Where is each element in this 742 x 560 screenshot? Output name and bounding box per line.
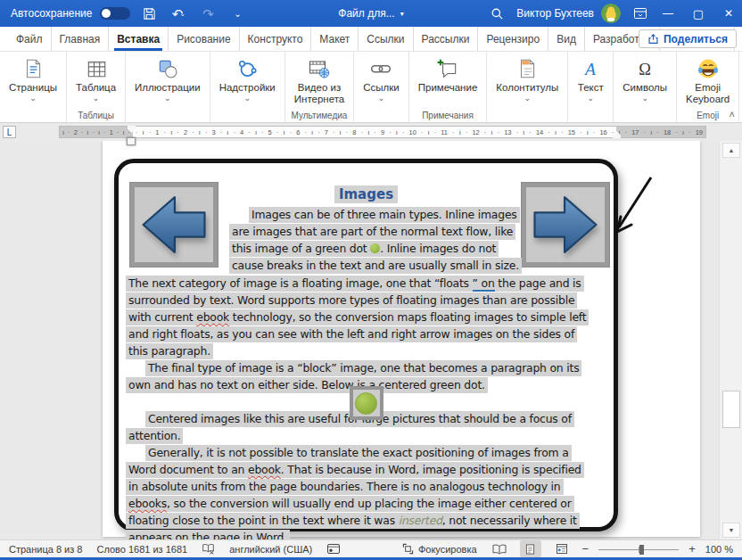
ribbon-button-Ссылки[interactable]: Ссылки⌄ bbox=[357, 54, 406, 104]
text-run: Word document to an bbox=[128, 463, 248, 476]
avatar bbox=[601, 4, 621, 23]
proofing-errors-button[interactable] bbox=[202, 543, 215, 555]
text-line[interactable]: Word document to an ebook. That is becau… bbox=[126, 463, 608, 480]
vertical-scrollbar[interactable]: ▲ ▼ bbox=[719, 141, 742, 539]
redo-button[interactable]: ↷ bbox=[197, 4, 218, 23]
ribbon-button-label: Страницы bbox=[9, 82, 57, 94]
ribbon-button-Символы[interactable]: ΩСимволы⌄ bbox=[616, 54, 673, 104]
text-line[interactable]: this paragraph. bbox=[126, 344, 608, 361]
web-layout-button[interactable] bbox=[551, 540, 573, 557]
search-button[interactable] bbox=[486, 4, 507, 23]
tab-Вставка[interactable]: Вставка bbox=[109, 27, 169, 51]
chevron-down-icon: ⌄ bbox=[29, 95, 37, 103]
text-line[interactable]: in absolute units from the page boundari… bbox=[126, 480, 608, 497]
text-run: attention. bbox=[128, 429, 180, 442]
header-footer-icon bbox=[514, 55, 540, 82]
minimize-button[interactable]: — bbox=[655, 0, 681, 27]
ribbon-button-Надстройки[interactable]: Надстройки⌄ bbox=[213, 54, 282, 104]
ribbon-group: Страницы⌄ bbox=[0, 52, 67, 122]
text-line[interactable]: are images that are part of the normal t… bbox=[229, 225, 550, 242]
account-button[interactable]: Виктор Бухтеев bbox=[516, 4, 621, 23]
page-count[interactable]: Страница 8 из 8 bbox=[9, 544, 82, 555]
f9-arrow-icon bbox=[605, 173, 660, 244]
text-line[interactable]: The final type of image is a “block” ima… bbox=[126, 361, 608, 378]
read-mode-button[interactable] bbox=[489, 540, 510, 557]
ribbon-button-Колонтитулы[interactable]: Колонтитулы⌄ bbox=[490, 54, 565, 104]
text-line[interactable]: this image of a green dot . Inline image… bbox=[229, 242, 550, 259]
text-line[interactable]: cause breaks in the text and are usually… bbox=[229, 259, 550, 276]
zoom-slider-thumb[interactable] bbox=[639, 545, 644, 555]
ribbon-display-options-button[interactable] bbox=[630, 4, 651, 23]
tab-Рассылки[interactable]: Рассылки bbox=[414, 27, 479, 51]
text-line[interactable]: The next category of image is a floating… bbox=[126, 276, 608, 293]
tab-Рисование[interactable]: Рисование bbox=[169, 27, 239, 51]
macro-record-icon bbox=[326, 543, 341, 555]
ribbon-group: Ссылки⌄ bbox=[354, 52, 409, 122]
text-line[interactable]: ebooks, so the conversion will usually e… bbox=[126, 497, 608, 514]
ribbon-button-Emoji-Keyboard[interactable]: EmojiKeyboard bbox=[680, 54, 736, 107]
paragraph-between-arrows: Images can be of three main types. Inlin… bbox=[229, 208, 550, 276]
selected-text: Images can be of three main types. Inlin… bbox=[249, 207, 520, 223]
text-run: Generally, it is not possible to transla… bbox=[148, 446, 569, 459]
save-button[interactable] bbox=[138, 4, 160, 23]
scroll-down-button[interactable]: ▼ bbox=[722, 523, 740, 538]
tab-Конструкто[interactable]: Конструкто bbox=[240, 27, 312, 51]
tab-Рецензиро[interactable]: Рецензиро bbox=[478, 27, 548, 51]
print-layout-button[interactable] bbox=[520, 540, 541, 557]
svg-text:Ω: Ω bbox=[639, 61, 651, 78]
autosave-label: Автосохранение bbox=[11, 7, 92, 20]
collapse-ribbon-button[interactable]: ˄ bbox=[730, 109, 735, 119]
ribbon-button-Иллюстрации[interactable]: Иллюстрации⌄ bbox=[128, 54, 207, 104]
selected-text: own and has no text on either side. Belo… bbox=[126, 377, 488, 393]
close-button[interactable]: ✕ bbox=[715, 0, 742, 27]
zoom-slider[interactable] bbox=[598, 544, 679, 555]
ribbon-button-Страницы[interactable]: Страницы⌄ bbox=[3, 54, 63, 104]
zoom-in-button[interactable]: + bbox=[688, 543, 696, 555]
ribbon-button-Примечание[interactable]: Примечание bbox=[412, 54, 484, 95]
scrollbar-thumb[interactable] bbox=[722, 391, 740, 428]
selected-text: surrounded by text. Word supports more t… bbox=[126, 292, 577, 309]
status-bar: Страница 8 из 8 Слово 1681 из 1681 англи… bbox=[0, 539, 742, 560]
macro-record-button[interactable] bbox=[326, 543, 341, 555]
title-dropdown-caret[interactable]: ▾ bbox=[400, 10, 404, 18]
ribbon-button-Таблица[interactable]: Таблица⌄ bbox=[70, 54, 122, 104]
ribbon-button-label: Символы bbox=[622, 82, 667, 94]
word-count[interactable]: Слово 1681 из 1681 bbox=[96, 544, 187, 555]
focus-mode-button[interactable]: Фокусировка bbox=[402, 543, 477, 555]
ribbon-button-Видео из-Интернета[interactable]: Видео изИнтернета bbox=[288, 54, 350, 107]
left-indent-marker[interactable] bbox=[127, 137, 136, 145]
text-line[interactable]: attention. bbox=[126, 429, 608, 446]
centered-green-dot-image[interactable] bbox=[350, 386, 383, 420]
autosave-toggle[interactable] bbox=[100, 7, 130, 20]
share-button[interactable]: Поделиться bbox=[639, 29, 737, 48]
read-mode-icon bbox=[492, 544, 507, 555]
tab-Вид[interactable]: Вид bbox=[548, 27, 585, 51]
horizontal-ruler[interactable]: ı · 2 · ı · ı · 1 · ı · · ı · 1 · ı · 2 … bbox=[59, 126, 706, 138]
text-line[interactable]: and right floats, as you can see with th… bbox=[126, 327, 608, 344]
zoom-out-button[interactable]: − bbox=[582, 543, 589, 555]
tab-Ссылки[interactable]: Ссылки bbox=[359, 27, 413, 51]
tab-Файл[interactable]: Файл bbox=[7, 27, 52, 51]
maximize-button[interactable]: ▢ bbox=[685, 0, 712, 27]
text-line[interactable]: floating close to the point in the text … bbox=[126, 514, 608, 531]
language-button[interactable]: английский (США) bbox=[229, 544, 312, 555]
left-arrow-image[interactable] bbox=[130, 183, 218, 267]
selected-text: attention. bbox=[126, 428, 183, 444]
undo-button[interactable]: ↶⌄ bbox=[168, 4, 189, 23]
tab-Главная[interactable]: Главная bbox=[52, 27, 110, 51]
document-title[interactable]: Файл для... bbox=[338, 7, 394, 20]
text-line[interactable]: Generally, it is not possible to transla… bbox=[126, 446, 608, 463]
text-line[interactable]: Images can be of three main types. Inlin… bbox=[229, 208, 550, 225]
scroll-up-button[interactable]: ▲ bbox=[722, 143, 740, 158]
ribbon-button-label: Колонтитулы bbox=[496, 82, 558, 94]
tab-stop-selector[interactable]: L bbox=[3, 126, 16, 138]
tab-Макет[interactable]: Макет bbox=[311, 27, 359, 51]
text-line[interactable]: surrounded by text. Word supports more t… bbox=[126, 293, 608, 310]
qat-customize-button[interactable]: ⌄ bbox=[227, 4, 248, 23]
green-dot-icon bbox=[355, 392, 377, 415]
ruler-margin-numbers: ı · 2 · ı · ı · 1 · ı · bbox=[60, 128, 133, 137]
zoom-level[interactable]: 100 % bbox=[705, 544, 733, 555]
text-line[interactable]: with current ebook technology, so the co… bbox=[126, 310, 608, 327]
ribbon-button-Текст[interactable]: AТекст⌄ bbox=[571, 54, 610, 104]
text-line[interactable]: appears on the page in Word. bbox=[126, 531, 608, 539]
